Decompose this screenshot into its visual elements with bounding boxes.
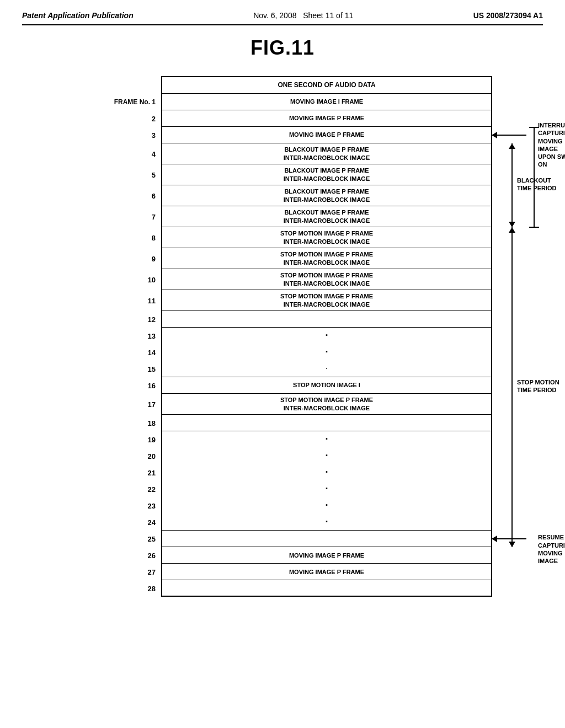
row-24: 24 · [106, 514, 492, 531]
frame-label-13: 13 [106, 328, 161, 344]
cell-3: MOVING IMAGE P FRAME [161, 127, 492, 143]
cell-6: BLACKOUT IMAGE P FRAMEINTER-MACROBLOCK I… [161, 185, 492, 206]
cell-5: BLACKOUT IMAGE P FRAMEINTER-MACROBLOCK I… [161, 164, 492, 185]
row-26: 26 MOVING IMAGE P FRAME [106, 547, 492, 564]
header-center: Nov. 6, 2008 Sheet 11 of 11 [253, 11, 353, 20]
audio-cell: ONE SECOND OF AUDIO DATA [161, 76, 492, 94]
row-2: 2 MOVING IMAGE P FRAME [106, 110, 492, 127]
row-27: 27 MOVING IMAGE P FRAME [106, 564, 492, 580]
frame-label-22: 22 [106, 481, 161, 497]
cell-14: · [161, 344, 492, 361]
publication-label: Patent Application Publication [22, 11, 134, 20]
row-9: 9 STOP MOTION IMAGE P FRAMEINTER-MACROBL… [106, 248, 492, 269]
row-6: 6 BLACKOUT IMAGE P FRAMEINTER-MACROBLOCK… [106, 185, 492, 206]
row-28: 28 [106, 580, 492, 597]
frame-label-9: 9 [106, 248, 161, 269]
cell-1: MOVING IMAGE I FRAME [161, 94, 492, 110]
cell-15: · [161, 361, 492, 377]
frame-label-12: 12 [106, 311, 161, 328]
row-21: 21 · [106, 464, 492, 481]
audio-frame-label [106, 76, 161, 94]
frame-label-2: 2 [106, 110, 161, 127]
cell-17: STOP MOTION IMAGE P FRAMEINTER-MACROBLOC… [161, 394, 492, 415]
row-19: 19 · [106, 431, 492, 448]
frame-label-26: 26 [106, 547, 161, 564]
row-15: 15 · [106, 361, 492, 377]
row-14: 14 · [106, 344, 492, 361]
page: Patent Application Publication Nov. 6, 2… [0, 0, 565, 728]
cell-2: MOVING IMAGE P FRAME [161, 110, 492, 127]
frame-label-6: 6 [106, 185, 161, 206]
row-20: 20 · [106, 448, 492, 464]
cell-22: · [161, 481, 492, 497]
cell-10: STOP MOTION IMAGE P FRAMEINTER-MACROBLOC… [161, 269, 492, 290]
frame-label-16: 16 [106, 377, 161, 394]
frame-label-24: 24 [106, 514, 161, 531]
cell-23: · [161, 497, 492, 514]
frame-label-28: 28 [106, 580, 161, 597]
row-13: 13 · [106, 328, 492, 344]
cell-18 [161, 415, 492, 431]
cell-25 [161, 531, 492, 547]
frame-label-4: 4 [106, 143, 161, 164]
row-11: 11 STOP MOTION IMAGE P FRAMEINTER-MACROB… [106, 290, 492, 311]
cell-13: · [161, 328, 492, 344]
frame-label-10: 10 [106, 269, 161, 290]
cell-19: · [161, 431, 492, 448]
cell-20: · [161, 448, 492, 464]
frame-label-21: 21 [106, 464, 161, 481]
frame-label-15: 15 [106, 361, 161, 377]
row-16: 16 STOP MOTION IMAGE I [106, 377, 492, 394]
frame-label-18: 18 [106, 415, 161, 431]
row-8: 8 STOP MOTION IMAGE P FRAMEINTER-MACROBL… [106, 227, 492, 248]
audio-row: ONE SECOND OF AUDIO DATA [106, 76, 492, 94]
row-18: 18 [106, 415, 492, 431]
frame-label-19: 19 [106, 431, 161, 448]
row-23: 23 · [106, 497, 492, 514]
cell-9: STOP MOTION IMAGE P FRAMEINTER-MACROBLOC… [161, 248, 492, 269]
cell-7: BLACKOUT IMAGE P FRAMEINTER-MACROBLOCK I… [161, 206, 492, 227]
page-header: Patent Application Publication Nov. 6, 2… [22, 11, 543, 25]
cell-21: · [161, 464, 492, 481]
frame-label-1: FRAME No. 1 [106, 94, 161, 110]
sheet-label: Sheet 11 of 11 [303, 11, 353, 20]
frame-label-14: 14 [106, 344, 161, 361]
frame-label-11: 11 [106, 290, 161, 311]
date-label: Nov. 6, 2008 [253, 11, 296, 20]
row-5: 5 BLACKOUT IMAGE P FRAMEINTER-MACROBLOCK… [106, 164, 492, 185]
frame-label-8: 8 [106, 227, 161, 248]
row-3: 3 MOVING IMAGE P FRAME [106, 127, 492, 143]
diagram-container: ONE SECOND OF AUDIO DATA FRAME No. 1 MOV… [22, 76, 543, 597]
row-25: 25 [106, 531, 492, 547]
cell-28 [161, 580, 492, 597]
frame-label-3: 3 [106, 127, 161, 143]
frame-label-27: 27 [106, 564, 161, 580]
frame-label-17: 17 [106, 394, 161, 415]
cell-8: STOP MOTION IMAGE P FRAMEINTER-MACROBLOC… [161, 227, 492, 248]
cell-16: STOP MOTION IMAGE I [161, 377, 492, 394]
frame-label-23: 23 [106, 497, 161, 514]
figure-title: FIG.11 [22, 36, 543, 60]
row-17: 17 STOP MOTION IMAGE P FRAMEINTER-MACROB… [106, 394, 492, 415]
patent-number: US 2008/273094 A1 [473, 11, 543, 20]
cell-26: MOVING IMAGE P FRAME [161, 547, 492, 564]
frame-label-25: 25 [106, 531, 161, 547]
row-12: 12 [106, 311, 492, 328]
cell-24: · [161, 514, 492, 531]
cell-4: BLACKOUT IMAGE P FRAMEINTER-MACROBLOCK I… [161, 143, 492, 164]
diagram-inner: ONE SECOND OF AUDIO DATA FRAME No. 1 MOV… [106, 76, 492, 597]
cell-12 [161, 311, 492, 328]
row-7: 7 BLACKOUT IMAGE P FRAMEINTER-MACROBLOCK… [106, 206, 492, 227]
cell-11: STOP MOTION IMAGE P FRAMEINTER-MACROBLOC… [161, 290, 492, 311]
frame-label-7: 7 [106, 206, 161, 227]
row-frame-1: FRAME No. 1 MOVING IMAGE I FRAME [106, 94, 492, 110]
row-4: 4 BLACKOUT IMAGE P FRAMEINTER-MACROBLOCK… [106, 143, 492, 164]
frame-label-5: 5 [106, 164, 161, 185]
row-10: 10 STOP MOTION IMAGE P FRAMEINTER-MACROB… [106, 269, 492, 290]
frame-label-20: 20 [106, 448, 161, 464]
row-22: 22 · [106, 481, 492, 497]
cell-27: MOVING IMAGE P FRAME [161, 564, 492, 580]
